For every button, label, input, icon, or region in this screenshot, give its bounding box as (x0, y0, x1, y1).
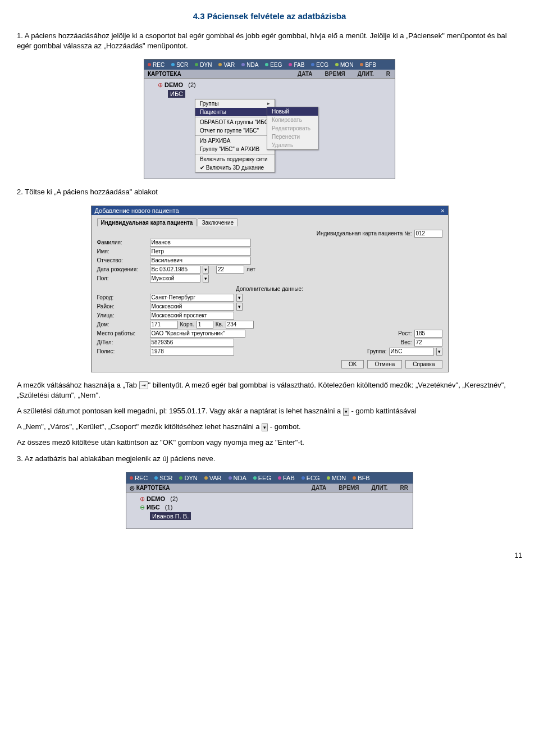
house-label: Дом: (97, 321, 148, 327)
dialog-tabs[interactable]: Индивидуальная карта пациента Заключение (97, 218, 442, 226)
tree-ibs[interactable]: ИБС (148, 89, 391, 98)
polis-label: Полис: (97, 348, 148, 354)
menu-item[interactable]: ✔ Включить 3D дыхание (195, 163, 275, 172)
district-label: Район: (97, 303, 148, 309)
toolbar-var[interactable]: VAR (201, 475, 225, 481)
name-label: Имя: (97, 248, 148, 254)
name-field[interactable]: Петр (150, 248, 251, 256)
card-no-field[interactable]: 012 (414, 230, 442, 238)
street-field[interactable]: Московский проспект (150, 312, 234, 320)
card-no-label: Индивидуальная карта пациента №: (317, 230, 412, 236)
submenu-item[interactable]: Новый (267, 107, 318, 116)
extra-data-label: Дополнительные данные: (97, 286, 442, 292)
menu-item[interactable]: Пациенты (195, 108, 275, 116)
surname-field[interactable]: Иванов (150, 239, 251, 247)
tab-conclusion[interactable]: Заключение (198, 218, 237, 226)
weight-label: Вес: (400, 339, 412, 345)
paragraph-2: 2. Töltse ki „A páciens hozzáadása" abla… (17, 187, 522, 197)
tree: ⊕ DEMO (2) ⊖ ИБС (1) Иванов П. В. (126, 493, 413, 529)
sex-dropdown-icon[interactable]: ▾ (203, 275, 209, 283)
toolbar-rec[interactable]: REC (144, 62, 168, 68)
menu-item[interactable]: Отчет по группе "ИБС" (195, 126, 275, 135)
menu-item[interactable]: Группу "ИБС" в АРХИВ (195, 145, 275, 153)
help-button[interactable]: Справка (405, 360, 442, 368)
age-field[interactable]: 22 (216, 266, 244, 274)
submenu-item: Удалить (267, 141, 318, 149)
korp-label: Корп. (180, 321, 194, 327)
work-label: Место работы: (97, 330, 148, 336)
toolbar: RECSCRDYNVARNDAEEGFABECGMONBFB (144, 60, 395, 70)
paragraph-3: A mezők váltásához használja a „Tab ⇥" b… (17, 380, 522, 400)
tree: ⊕ DEMO (2) ИБС ГруппыПациентыОБРАБОТКА г… (144, 79, 395, 179)
group-field[interactable]: ИБС (389, 348, 434, 356)
patr-field[interactable]: Васильевич (150, 257, 251, 265)
city-dropdown-icon[interactable]: ▾ (236, 294, 243, 302)
menu-item[interactable]: Из АРХИВА (195, 136, 275, 145)
context-menu[interactable]: ГруппыПациентыОБРАБОТКА группы "ИБС"Отче… (195, 99, 275, 172)
calendar-dropdown-icon[interactable]: ▾ (203, 266, 209, 274)
toolbar-bfb[interactable]: BFB (357, 62, 379, 68)
toolbar-rec[interactable]: REC (126, 475, 151, 481)
col-dur: ДЛИТ. (371, 485, 387, 491)
panel-header: ◎ КАРТОТЕКА ДАТА ВРЕМЯ ДЛИТ. RR (126, 484, 413, 493)
toolbar-nda[interactable]: NDA (238, 62, 262, 68)
toolbar-dyn[interactable]: DYN (191, 62, 215, 68)
toolbar-eeg[interactable]: EEG (250, 475, 275, 481)
polis-field[interactable]: 1978 (150, 348, 234, 356)
tree-demo[interactable]: ⊕ DEMO (2) (148, 81, 391, 89)
city-field[interactable]: Санкт-Петербург (150, 294, 234, 302)
house-field[interactable]: 171 (150, 321, 178, 329)
height-field[interactable]: 185 (414, 330, 442, 338)
group-dropdown-icon[interactable]: ▾ (436, 348, 442, 356)
height-label: Рост: (398, 330, 412, 336)
toolbar-mon[interactable]: MON (332, 62, 357, 68)
panel-header: КАРТОТЕКА ДАТА ВРЕМЯ ДЛИТ. R (144, 70, 395, 79)
submenu-item: Перенести (267, 133, 318, 141)
korp-field[interactable]: 1 (197, 321, 213, 329)
tree-patient[interactable]: Иванов П. В. (130, 512, 409, 521)
toolbar-ecg[interactable]: ECG (308, 62, 332, 68)
paragraph-6: Az összes mező kitöltése után kattintson… (17, 438, 522, 448)
work-field[interactable]: ОАО "Красный треугольник" (150, 330, 245, 338)
toolbar-fab[interactable]: FAB (275, 475, 298, 481)
toolbar-ecg[interactable]: ECG (298, 475, 323, 481)
col-rr: RR (400, 485, 408, 491)
tree-ibs[interactable]: ⊖ ИБС (1) (130, 503, 409, 512)
submenu-item: Копировать (267, 116, 318, 124)
toolbar-mon[interactable]: MON (323, 475, 350, 481)
weight-field[interactable]: 72 (414, 339, 442, 347)
menu-item[interactable]: Группы (195, 99, 275, 108)
col-time: ВРЕМЯ (325, 71, 345, 77)
district-field[interactable]: Московский (150, 303, 234, 311)
dob-field[interactable]: Вс 03.02.1985 (150, 266, 200, 274)
ok-button[interactable]: OK (341, 360, 364, 368)
sex-field[interactable]: Мужской (150, 275, 200, 283)
toolbar-dyn[interactable]: DYN (176, 475, 200, 481)
cancel-button[interactable]: Отмена (367, 360, 402, 368)
toolbar-fab[interactable]: FAB (285, 62, 308, 68)
paragraph-5: A „Nem", „Város", „Kerület", „Csoport" m… (17, 422, 522, 432)
tree-demo[interactable]: ⊕ DEMO (2) (130, 495, 409, 503)
context-submenu[interactable]: НовыйКопироватьРедактироватьПеренестиУда… (267, 107, 318, 150)
tel-field[interactable]: 5829356 (150, 339, 234, 347)
menu-item[interactable]: ОБРАБОТКА группы "ИБС" (195, 118, 275, 126)
close-icon[interactable]: × (441, 207, 444, 214)
menu-item[interactable]: Включить поддержку сети (195, 155, 275, 163)
toolbar-nda[interactable]: NDA (225, 475, 250, 481)
kv-field[interactable]: 234 (226, 321, 254, 329)
submenu-item: Редактировать (267, 124, 318, 133)
district-dropdown-icon[interactable]: ▾ (236, 303, 243, 311)
toolbar-bfb[interactable]: BFB (349, 475, 373, 481)
toolbar-var[interactable]: VAR (215, 62, 238, 68)
col-date: ДАТА (312, 485, 327, 491)
dob-label: Дата рождения: (97, 266, 148, 272)
col-r: R (386, 71, 390, 77)
group-label: Группа: (367, 348, 386, 354)
toolbar-scr[interactable]: SCR (168, 62, 191, 68)
tab-card[interactable]: Индивидуальная карта пациента (97, 218, 197, 226)
toolbar-scr[interactable]: SCR (151, 475, 176, 481)
add-patient-dialog: Добавление нового пациента × Индивидуаль… (92, 206, 448, 372)
patr-label: Отчество: (97, 257, 148, 263)
col-date: ДАТА (298, 71, 313, 77)
toolbar-eeg[interactable]: EEG (262, 62, 285, 68)
